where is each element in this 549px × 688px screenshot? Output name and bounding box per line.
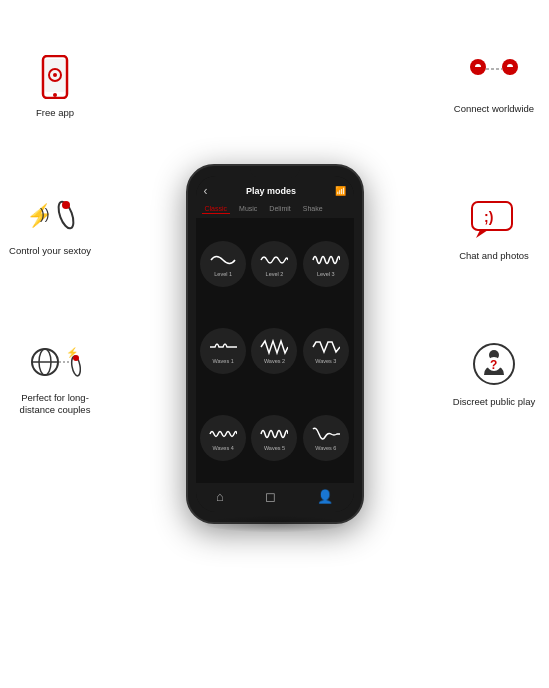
location-icon	[464, 55, 524, 99]
mode-level2[interactable]: Level 2	[251, 241, 297, 287]
discreet-label: Discreet public play	[453, 396, 535, 408]
mode-waves4-label: Waves 4	[213, 445, 234, 451]
phone-shadow	[205, 516, 345, 532]
main-container: Free app ⚡ )) Control your sextoy	[0, 0, 549, 688]
globe-icon: ⚡	[29, 340, 81, 388]
control-label: Control your sextoy	[9, 245, 91, 257]
mode-waves4[interactable]: Waves 4	[200, 415, 246, 461]
chat-icon: ;)	[470, 200, 518, 246]
mode-level1[interactable]: Level 1	[200, 241, 246, 287]
connect-label: Connect worldwide	[454, 103, 534, 115]
mode-level2-label: Level 2	[266, 271, 284, 277]
svg-marker-24	[476, 230, 488, 238]
phone-screen: ‹ Play modes 📶 Classic Music Delimit Sha…	[196, 176, 354, 512]
phone-icon	[37, 55, 73, 103]
mode-waves5[interactable]: Waves 5	[251, 415, 297, 461]
phone: ‹ Play modes 📶 Classic Music Delimit Sha…	[186, 164, 364, 524]
feature-control: ⚡ )) Control your sextoy	[5, 195, 95, 257]
phone-notch	[250, 166, 300, 178]
svg-point-15	[73, 355, 79, 361]
nav-chat-icon[interactable]: ◻	[265, 489, 276, 504]
chat-label: Chat and photos	[459, 250, 529, 262]
tab-delimit[interactable]: Delimit	[266, 204, 293, 214]
mode-waves3[interactable]: Waves 3	[303, 328, 349, 374]
bluetooth-icon: 📶	[335, 186, 346, 196]
mode-waves5-label: Waves 5	[264, 445, 285, 451]
tab-shake[interactable]: Shake	[300, 204, 326, 214]
screen-header: ‹ Play modes 📶	[196, 176, 354, 202]
svg-text:?: ?	[490, 358, 497, 372]
screen-tabs: Classic Music Delimit Shake	[196, 202, 354, 218]
tab-classic[interactable]: Classic	[202, 204, 231, 214]
feature-connect: Connect worldwide	[449, 55, 539, 115]
bluetooth-control-icon: ⚡ ))	[24, 195, 76, 241]
mode-waves2[interactable]: Waves 2	[251, 328, 297, 374]
mode-waves1-label: Waves 1	[213, 358, 234, 364]
feature-chat: ;) Chat and photos	[449, 200, 539, 262]
mode-level3[interactable]: Level 3	[303, 241, 349, 287]
mode-waves1[interactable]: Waves 1	[200, 328, 246, 374]
feature-discreet: ? Discreet public play	[449, 340, 539, 408]
feature-free-app: Free app	[10, 55, 100, 119]
svg-point-8	[62, 201, 70, 209]
mode-waves2-label: Waves 2	[264, 358, 285, 364]
svg-text:;): ;)	[484, 209, 493, 225]
feature-longdistance: ⚡ Perfect for long-distance couples	[10, 340, 100, 417]
mode-waves6-label: Waves 6	[315, 445, 336, 451]
person-icon: ?	[471, 340, 517, 392]
screen-title: Play modes	[246, 186, 296, 196]
mode-waves3-label: Waves 3	[315, 358, 336, 364]
mode-level1-label: Level 1	[214, 271, 232, 277]
nav-home-icon[interactable]: ⌂	[216, 489, 224, 504]
free-app-label: Free app	[36, 107, 74, 119]
nav-profile-icon[interactable]: 👤	[317, 489, 333, 504]
back-arrow[interactable]: ‹	[204, 184, 208, 198]
mode-waves6[interactable]: Waves 6	[303, 415, 349, 461]
modes-grid: Level 1 Level 2 Level 3	[196, 218, 354, 483]
phone-wrapper: ‹ Play modes 📶 Classic Music Delimit Sha…	[186, 164, 364, 524]
svg-point-4	[53, 73, 57, 77]
mode-level3-label: Level 3	[317, 271, 335, 277]
tab-music[interactable]: Music	[236, 204, 260, 214]
svg-point-2	[53, 93, 57, 97]
longdistance-label: Perfect for long-distance couples	[10, 392, 100, 417]
screen-bottom-nav: ⌂ ◻ 👤	[196, 483, 354, 512]
svg-text:)): ))	[40, 206, 49, 222]
